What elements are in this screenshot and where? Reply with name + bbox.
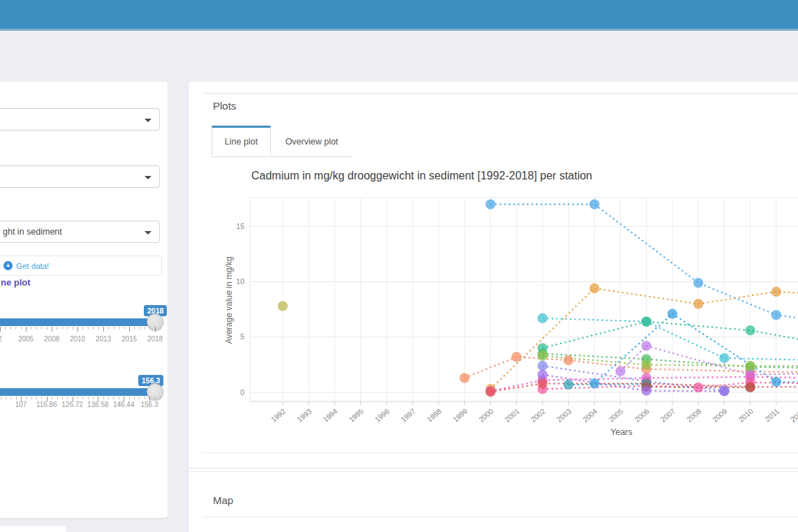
x-tick-label: 2010: [737, 407, 755, 424]
slider-tick-label: 136.58: [87, 401, 109, 408]
x-tick-label: 1998: [425, 407, 443, 424]
slider-tick: [103, 397, 104, 399]
slider-tick: [82, 327, 83, 330]
slider-tick: [108, 327, 109, 330]
data-point: [589, 378, 599, 388]
select-input-parameter[interactable]: ght in sediment: [0, 221, 160, 243]
tab-line-plot[interactable]: Line plot: [212, 126, 271, 156]
x-tick-label: 1999: [451, 407, 469, 424]
plots-box-bottom-border: [189, 468, 798, 468]
slider-tick: [6, 397, 6, 399]
slider-tick: [52, 397, 52, 399]
x-axis-title: Years: [610, 427, 633, 437]
slider-tick: [82, 397, 83, 399]
data-point: [615, 367, 625, 376]
select-input-2[interactable]: [0, 165, 160, 188]
slider-tick: [134, 327, 135, 330]
data-point: [538, 369, 547, 379]
slider-tick-label: 126.72: [61, 401, 83, 408]
data-point: [642, 341, 651, 350]
bottom-left-panel: [0, 526, 66, 532]
slider-tick: [119, 397, 119, 399]
plots-tab-bar: Line plot Overview plot: [212, 126, 353, 157]
select-value: ght in sediment: [3, 227, 62, 237]
slider-tick: [93, 327, 94, 330]
slider-tick: [41, 397, 42, 399]
slider-tick-label: 2015: [121, 335, 137, 343]
series-line: [491, 205, 798, 320]
slider-tick: [160, 397, 161, 399]
data-point: [589, 283, 599, 293]
x-tick-label: 2012: [789, 407, 798, 424]
series-line: [568, 384, 646, 385]
slider-tick: [113, 397, 114, 399]
slider-tick: [93, 397, 94, 399]
data-point: [745, 325, 755, 335]
data-point: [589, 199, 599, 209]
slider-tick-label: 116.86: [36, 401, 57, 408]
slider-tick: [31, 327, 31, 330]
slider-tick: [129, 327, 130, 332]
plots-box-top-border: [202, 93, 798, 94]
data-point: [485, 387, 495, 397]
slider-tick: [26, 327, 27, 332]
y-tick-label: 15: [236, 222, 244, 230]
slider-tick: [57, 397, 58, 399]
series-line: [542, 354, 798, 369]
slider-tick: [119, 327, 119, 330]
x-tick-label: 2009: [711, 407, 729, 424]
slider-tick: [155, 327, 156, 332]
slider-tick-label: 2018: [147, 335, 163, 343]
chevron-down-icon: [145, 119, 152, 122]
data-point: [745, 383, 755, 392]
y-tick-label: 0: [240, 388, 244, 397]
line-plot-chart[interactable]: 0510151992199319941995199619971998199920…: [209, 189, 798, 450]
slider-tick: [62, 327, 63, 330]
slider-tick: [36, 397, 37, 399]
slider-tick: [16, 397, 17, 399]
data-point: [563, 355, 573, 365]
slider-tick: [88, 397, 89, 399]
x-tick-label: 2003: [555, 407, 573, 424]
slider-tick-label: 156.3: [140, 401, 158, 408]
x-tick-label: 2000: [477, 407, 495, 424]
x-tick-label: 2001: [503, 407, 521, 424]
slider-tick: [0, 327, 1, 332]
update-line-plot-link[interactable]: ne plot: [1, 277, 31, 288]
data-point: [538, 351, 547, 361]
x-tick-label: 1994: [321, 407, 339, 424]
series-line: [542, 318, 798, 360]
slider-tick: [103, 327, 104, 332]
data-point: [771, 310, 781, 320]
data-point: [771, 377, 781, 387]
x-tick-label: 2006: [633, 407, 651, 424]
select-input-1[interactable]: [0, 108, 160, 131]
slider-tick: [10, 327, 11, 330]
slider-tick-label: 146.44: [113, 401, 135, 408]
x-tick-label: 2005: [607, 407, 625, 424]
x-tick-label: 2002: [529, 407, 547, 424]
slider-tick: [77, 327, 78, 332]
data-point: [512, 352, 522, 362]
main-panel: Plots Line plot Overview plot Cadmium in…: [189, 82, 798, 532]
tab-overview-plot[interactable]: Overview plot: [271, 126, 353, 156]
chart-title: Cadmium in mg/kg drooggewicht in sedimen…: [251, 170, 592, 182]
year-slider-track[interactable]: [0, 318, 162, 326]
data-point: [667, 309, 677, 318]
plus-circle-icon: +: [3, 261, 13, 270]
slider-tick: [10, 397, 11, 399]
app-viewport: ght in sediment + Get data! ne plot 2018…: [0, 0, 798, 532]
data-point: [719, 386, 729, 396]
data-point: [563, 380, 573, 390]
data-point: [693, 299, 703, 309]
slider-tick: [67, 397, 68, 399]
slider-tick-label: 2005: [18, 335, 34, 343]
x-tick-label: 1997: [399, 407, 418, 424]
data-point: [538, 378, 547, 388]
plots-box-divider: [202, 452, 798, 453]
x-tick-label: 2004: [581, 407, 599, 424]
slider-tick: [88, 327, 89, 330]
x-tick-label: 1995: [347, 407, 365, 424]
get-data-button[interactable]: + Get data!: [0, 256, 162, 276]
value-slider-track[interactable]: [0, 388, 162, 396]
